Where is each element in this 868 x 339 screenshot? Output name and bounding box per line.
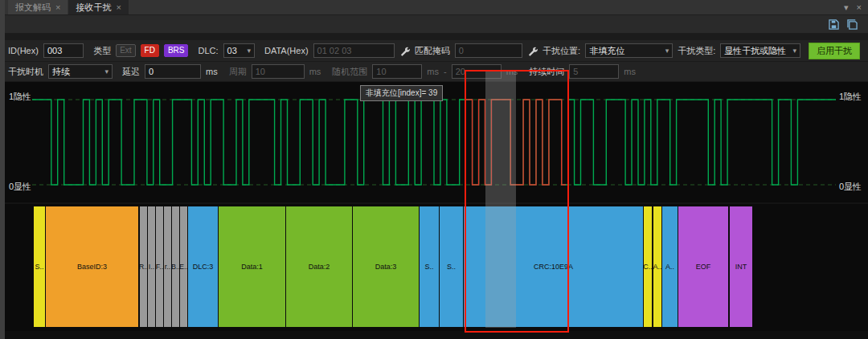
pane-close-icon[interactable]: × xyxy=(857,2,862,12)
frame-field[interactable]: I.. xyxy=(148,206,155,327)
tab-label: 报文解码 xyxy=(15,2,51,14)
frame-field[interactable]: S.. xyxy=(440,206,463,327)
dlc-value: 03 xyxy=(227,46,237,55)
timing-value: 持续 xyxy=(52,66,70,78)
wrench-icon[interactable] xyxy=(399,45,410,57)
duration-input[interactable]: 5 xyxy=(569,64,619,79)
bottom-strip xyxy=(0,331,868,339)
interference-type-label: 干扰类型: xyxy=(678,45,715,57)
mask-input[interactable]: 0 xyxy=(455,43,522,58)
frame-field[interactable]: CRC:10E9A xyxy=(464,206,643,327)
chevron-down-icon[interactable]: ▾ xyxy=(844,2,849,13)
interference-position-value: 非填充位 xyxy=(589,45,624,57)
interference-position-label: 干扰位置: xyxy=(542,45,580,57)
data-input[interactable]: 01 02 03 xyxy=(313,43,395,58)
id-label: ID(Hex) xyxy=(8,46,39,55)
period-input[interactable]: 10 xyxy=(252,64,305,79)
ext-toggle[interactable]: Ext xyxy=(116,44,135,57)
waveform-trace xyxy=(32,100,836,185)
period-label: 周期 xyxy=(229,66,247,78)
frame-field[interactable]: Data:3 xyxy=(353,206,419,327)
frame-field[interactable]: A.. xyxy=(662,206,678,327)
frame-field[interactable]: S.. xyxy=(420,206,439,327)
period-unit: ms xyxy=(309,67,321,76)
interference-position-select[interactable]: 非填充位 ▾ xyxy=(585,43,673,58)
toolbar-row-2: 干扰时机 持续 ▾ 延迟 0 ms 周期 10 ms 随机范围 10 ms - … xyxy=(0,62,868,82)
frame-field-segments: S..BaseID:3R..I..F..r..B..E..DLC:3Data:1… xyxy=(32,206,836,327)
frame-field[interactable]: R.. xyxy=(140,206,147,327)
timing-select[interactable]: 持续 ▾ xyxy=(48,64,113,79)
interference-type-value: 显性干扰或隐性 xyxy=(724,45,786,57)
frame-field[interactable]: r.. xyxy=(164,206,171,327)
toolbar-row-1: ID(Hex) 003 类型 Ext FD BRS DLC: 03 ▾ DATA… xyxy=(0,40,868,62)
delay-label: 延迟 xyxy=(122,66,140,78)
y-label-dominant-right: 0显性 xyxy=(839,181,862,193)
enable-interference-button[interactable]: 启用干扰 xyxy=(809,43,860,59)
range-dash: - xyxy=(444,67,447,76)
random-range-label: 随机范围 xyxy=(332,66,367,78)
waveform-tooltip: 非填充位[index]= 39 xyxy=(360,85,443,101)
frame-field[interactable]: BaseID:3 xyxy=(46,206,138,327)
close-icon[interactable]: × xyxy=(116,3,121,12)
range-from-input[interactable]: 10 xyxy=(372,64,422,79)
delay-unit: ms xyxy=(206,67,218,76)
frame-field[interactable]: DLC:3 xyxy=(188,206,218,327)
dlc-label: DLC: xyxy=(198,46,218,55)
frame-field[interactable]: Data:2 xyxy=(286,206,352,327)
timing-label: 干扰时机 xyxy=(8,66,43,78)
pane-controls: ▾ × xyxy=(844,0,868,14)
frame-field[interactable]: F.. xyxy=(156,206,163,327)
range-unit-2: ms xyxy=(506,67,518,76)
range-unit-1: ms xyxy=(427,67,439,76)
save-icon[interactable] xyxy=(828,18,840,30)
y-label-dominant-left: 0显性 xyxy=(9,181,31,193)
chevron-down-icon: ▾ xyxy=(104,67,108,76)
brs-toggle[interactable]: BRS xyxy=(164,44,189,57)
frame-field[interactable]: INT xyxy=(730,206,752,327)
frame-field[interactable]: A.. xyxy=(653,206,661,327)
toolbar-spacer xyxy=(0,34,868,40)
waveform-plot[interactable]: 1隐性 0显性 1隐性 0显性 非填充位[index]= 39 xyxy=(0,82,868,202)
type-label: 类型 xyxy=(93,45,111,57)
save-all-icon[interactable] xyxy=(846,18,858,30)
tab-message-decode[interactable]: 报文解码 × xyxy=(8,0,68,14)
delay-input[interactable]: 0 xyxy=(145,64,201,79)
range-to-input[interactable]: 20 xyxy=(452,64,502,79)
tab-receive-interference[interactable]: 接收干扰 × xyxy=(68,0,128,14)
tab-bar: 报文解码 × 接收干扰 × ▾ × xyxy=(0,0,868,15)
window-left-edge xyxy=(0,0,5,339)
frame-field[interactable]: E.. xyxy=(180,206,187,327)
chevron-down-icon: ▾ xyxy=(792,47,796,55)
interference-type-select[interactable]: 显性干扰或隐性 ▾ xyxy=(720,43,800,58)
chevron-down-icon: ▾ xyxy=(665,47,669,55)
frame-field-strip: S..BaseID:3R..I..F..r..B..E..DLC:3Data:1… xyxy=(0,204,868,331)
duration-label: 持续时间 xyxy=(529,66,564,78)
dlc-select[interactable]: 03 ▾ xyxy=(223,43,255,58)
chevron-down-icon: ▾ xyxy=(247,47,251,55)
frame-field[interactable]: B.. xyxy=(172,206,179,327)
duration-unit: ms xyxy=(624,67,636,76)
data-label: DATA(Hex) xyxy=(264,46,309,55)
frame-field[interactable]: C.. xyxy=(644,206,652,327)
frame-field[interactable]: EOF xyxy=(678,206,728,327)
close-icon[interactable]: × xyxy=(55,3,60,12)
tab-label: 接收干扰 xyxy=(76,2,111,14)
fd-toggle[interactable]: FD xyxy=(141,44,159,57)
frame-field[interactable]: S.. xyxy=(34,206,45,327)
frame-field[interactable]: Data:1 xyxy=(219,206,285,327)
wrench-icon[interactable] xyxy=(527,45,538,57)
mask-label: 匹配掩码 xyxy=(415,45,450,57)
id-input[interactable]: 003 xyxy=(43,43,84,58)
y-label-recessive-right: 1隐性 xyxy=(839,91,862,103)
interference-tool-window: 报文解码 × 接收干扰 × ▾ × ID(Hex) 003 类型 Ext FD … xyxy=(0,0,868,339)
icon-strip xyxy=(0,15,868,34)
y-label-recessive-left: 1隐性 xyxy=(9,91,31,103)
